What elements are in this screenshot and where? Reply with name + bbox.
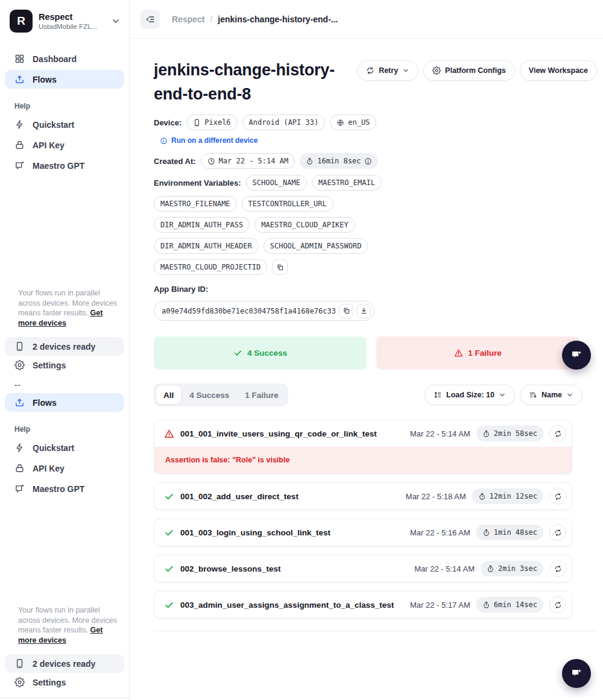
env-var-chip: MAESTRO_CLOUD_APIKEY	[254, 217, 355, 233]
test-row[interactable]: 001_001_invite_users_using_qr_code_or_li…	[154, 420, 572, 447]
view-workspace-button[interactable]: View Workspace	[520, 60, 597, 81]
test-duration-pill: 2min 58sec	[476, 426, 543, 441]
retry-test-button[interactable]	[549, 524, 566, 541]
refresh-icon	[554, 601, 562, 609]
sidebar-item-label: Settings	[33, 678, 66, 687]
workspace-name: Respect	[39, 12, 97, 22]
info-icon	[364, 157, 372, 165]
app-binary-id-box: a09e74d59fd830be71ec0304758f1a4168e76c33	[154, 301, 374, 321]
sidebar-item-settings-2[interactable]: Settings	[5, 673, 124, 692]
test-name: 003_admin_user_assigns_assignment_to_a_c…	[180, 601, 404, 610]
sidebar-item-flows[interactable]: Flows	[5, 70, 124, 89]
platform-configs-button[interactable]: Platform Configs	[423, 60, 515, 81]
sidebar-section-help-2: Help	[14, 425, 124, 434]
failure-banner[interactable]: 1 Failure	[376, 336, 579, 370]
copy-binary-id-button[interactable]	[339, 304, 353, 318]
test-row-card: 003_admin_user_assigns_assignment_to_a_c…	[154, 591, 572, 619]
refresh-icon	[554, 565, 562, 573]
chevron-down-icon	[111, 16, 121, 26]
retry-test-button[interactable]	[549, 425, 566, 442]
stopwatch-icon	[487, 565, 494, 573]
parallel-devices-promo-2: Your flows run in parallel across device…	[18, 605, 118, 645]
sidebar-item-label: API Key	[33, 464, 65, 473]
app-root: R Respect UstadMobile FZL... Dashboard F…	[0, 0, 603, 700]
sidebar-item-settings[interactable]: Settings	[5, 356, 124, 374]
devices-ready-status[interactable]: 2 devices ready	[5, 337, 124, 356]
breadcrumb-current: jenkins-change-history-end-...	[218, 14, 338, 24]
env-var-chip: DIR_ADMIN_AUTH_PASS	[154, 217, 250, 233]
download-binary-button[interactable]	[356, 304, 371, 318]
retry-test-button[interactable]	[549, 488, 566, 505]
lightning-icon	[14, 119, 25, 130]
run-different-device-link[interactable]: Run on a different device	[160, 136, 597, 145]
gear-icon	[14, 360, 25, 370]
test-date: Mar 22 - 5:17 AM	[410, 601, 470, 610]
tab-failure[interactable]: 1 Failure	[238, 386, 286, 404]
tab-all[interactable]: All	[156, 386, 181, 404]
check-icon	[233, 348, 242, 358]
sidebar-item-maestro-gpt[interactable]: Maestro GPT	[5, 156, 124, 175]
warning-triangle-icon	[164, 429, 174, 439]
test-date: Mar 22 - 5:14 AM	[414, 564, 475, 573]
devices-ready-label: 2 devices ready	[33, 342, 95, 352]
retry-test-button[interactable]	[549, 596, 566, 613]
copy-icon	[343, 307, 350, 315]
sidebar-item-api-key-2[interactable]: API Key	[5, 459, 124, 478]
stopwatch-icon	[482, 601, 490, 609]
lock-icon	[14, 140, 25, 150]
stopwatch-icon	[478, 493, 486, 500]
collapse-sidebar-button[interactable]	[140, 10, 160, 29]
workspace-switcher[interactable]: R Respect UstadMobile FZL...	[5, 8, 124, 33]
device-row: Device: Pixel6 Android (API 33) en_US	[154, 115, 597, 130]
devices-ready-status-2[interactable]: 2 devices ready	[5, 654, 124, 673]
assistant-chat-button[interactable]	[562, 659, 591, 688]
test-date: Mar 22 - 5:16 AM	[410, 528, 470, 537]
test-row[interactable]: 001_003_login_using_school_link_test Mar…	[154, 519, 572, 546]
stopwatch-icon	[482, 430, 490, 438]
status-filter-tabs: All 4 Success 1 Failure	[154, 383, 288, 406]
sidebar-item-label: Settings	[33, 361, 66, 370]
tab-success[interactable]: 4 Success	[182, 386, 236, 404]
sidebar-item-label: Quickstart	[33, 120, 74, 130]
breadcrumb-workspace[interactable]: Respect	[172, 14, 204, 24]
load-size-icon	[434, 391, 442, 399]
sidebar-item-api-key[interactable]: API Key	[5, 136, 124, 154]
page-title: jenkins-change-history-end-to-end-8	[154, 58, 357, 106]
assistant-chat-button[interactable]	[562, 341, 591, 370]
env-var-chip: TESTCONTROLLER_URL	[242, 196, 333, 212]
phone-icon	[193, 119, 201, 127]
env-var-chip: MAESTRO_FILENAME	[154, 196, 237, 212]
sidebar-item-maestro-gpt-2[interactable]: Maestro GPT	[5, 479, 124, 498]
load-size-dropdown[interactable]: Load Size: 10	[425, 385, 515, 405]
check-icon	[164, 528, 174, 538]
stopwatch-icon	[306, 157, 314, 165]
test-row[interactable]: 003_admin_user_assigns_assignment_to_a_c…	[154, 591, 572, 618]
sidebar-item-dashboard[interactable]: Dashboard	[5, 49, 124, 68]
chat-plus-icon	[14, 160, 25, 171]
refresh-icon	[554, 529, 562, 537]
retry-test-button[interactable]	[549, 560, 566, 577]
sidebar-item-quickstart-2[interactable]: Quickstart	[5, 438, 124, 457]
breadcrumb-separator: /	[210, 14, 212, 24]
sidebar-bottom-divider	[0, 698, 129, 698]
test-row[interactable]: 002_browse_lessons_test Mar 22 - 5:14 AM…	[154, 555, 572, 582]
created-at-label: Created At:	[154, 157, 196, 166]
env-var-chip: SCHOOL_ADMIN_PASSWORD	[264, 238, 368, 254]
sidebar-item-flows-2[interactable]: Flows	[5, 393, 124, 412]
test-row[interactable]: 001_002_add_user_direct_test Mar 22 - 5:…	[154, 483, 572, 509]
list-end-divider	[154, 631, 597, 631]
sidebar-item-quickstart[interactable]: Quickstart	[5, 115, 124, 134]
success-banner[interactable]: 4 Success	[154, 336, 367, 370]
info-icon	[160, 137, 168, 145]
retry-button[interactable]: Retry	[357, 60, 418, 81]
list-toolbar: All 4 Success 1 Failure Load Size: 10 Na…	[154, 383, 582, 406]
sort-dropdown[interactable]: Name	[520, 385, 582, 405]
sidebar-item-label: API Key	[33, 140, 65, 150]
phone-icon	[14, 341, 25, 352]
test-duration-pill: 6min 14sec	[476, 597, 543, 613]
app-binary-id-value: a09e74d59fd830be71ec0304758f1a4168e76c33	[162, 307, 336, 315]
locale-chip: en_US	[330, 115, 376, 130]
sidebar-item-label: Flows	[33, 75, 57, 84]
gear-icon	[14, 677, 25, 687]
copy-env-vars-button[interactable]	[272, 259, 288, 275]
